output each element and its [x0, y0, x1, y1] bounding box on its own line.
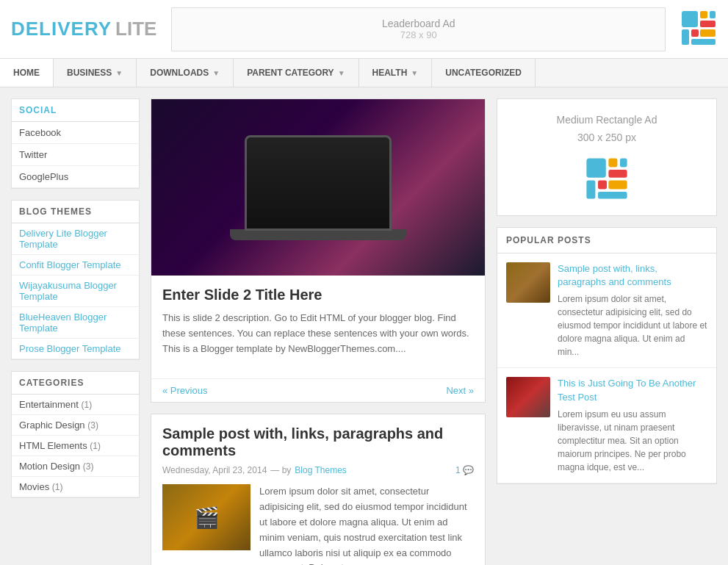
- sidebar-cat-motion-design[interactable]: Motion Design (3): [12, 456, 139, 477]
- sidebar-categories-block: CATEGORIES Entertainment (1) Graphic Des…: [11, 371, 140, 498]
- popular-posts-title: POPULAR POSTS: [497, 228, 716, 253]
- post-by: — by: [270, 465, 291, 475]
- sidebar-cat-graphic-design[interactable]: Graphic Design (3): [12, 415, 139, 436]
- laptop-graphic: [230, 135, 406, 240]
- sidebar-blog-themes-block: BLOG THEMES Delivery Lite Blogger Templa…: [11, 200, 140, 360]
- chevron-down-icon: ▼: [338, 69, 345, 77]
- popular-post-image-1: [506, 262, 550, 303]
- slide-navigation: « Previous Next »: [151, 378, 485, 402]
- laptop-base: [230, 229, 406, 240]
- sidebar-item-wijayakusuma[interactable]: Wijayakusuma Blogger Template: [12, 276, 139, 307]
- header-ad-label: Leaderboard Ad: [172, 18, 665, 29]
- post-thumb-image: 🎬: [162, 484, 251, 550]
- svg-rect-3: [700, 21, 716, 27]
- slide-prev-button[interactable]: « Previous: [162, 385, 207, 396]
- popular-post-desc-2: Lorem ipsum eu usu assum liberavisse, ut…: [558, 408, 707, 474]
- sidebar-item-facebook[interactable]: Facebook: [12, 122, 139, 144]
- sidebar-categories-title: CATEGORIES: [12, 372, 139, 395]
- ad-brand-icon: [585, 156, 629, 201]
- post-title: Sample post with, links, paragraphs and …: [162, 425, 474, 459]
- popular-post-item: Sample post with, links, paragraphs and …: [497, 253, 716, 368]
- post-block: Sample post with, links, paragraphs and …: [151, 414, 486, 565]
- slide-title: Enter Slide 2 Title Here: [162, 287, 474, 303]
- post-author[interactable]: Blog Themes: [295, 465, 346, 475]
- ad-size: 300 x 250 px: [577, 132, 636, 143]
- logo: DELIVERYLITE: [11, 18, 156, 40]
- sidebar-blog-themes-title: BLOG THEMES: [12, 201, 139, 223]
- svg-rect-1: [700, 11, 707, 18]
- nav-downloads[interactable]: DOWNLOADS ▼: [137, 59, 234, 87]
- header-ad-banner: Leaderboard Ad 728 x 90: [171, 7, 666, 51]
- chevron-down-icon: ▼: [212, 69, 220, 77]
- header: DELIVERYLITE Leaderboard Ad 728 x 90: [0, 0, 728, 59]
- chevron-down-icon: ▼: [411, 69, 418, 77]
- nav-health[interactable]: HEALTH ▼: [359, 59, 433, 87]
- svg-rect-6: [700, 29, 716, 37]
- chevron-down-icon: ▼: [115, 69, 123, 77]
- logo-lite: LITE: [115, 18, 156, 40]
- sidebar-cat-movies[interactable]: Movies (1): [12, 477, 139, 497]
- header-brand-icon: [680, 10, 717, 48]
- sidebar-social-block: SOCIAL Facebook Twitter GooglePlus: [11, 98, 140, 189]
- header-ad-size: 728 x 90: [172, 29, 665, 40]
- svg-rect-7: [691, 39, 716, 45]
- nav-uncategorized[interactable]: UNCATEGORIZED: [432, 59, 536, 87]
- ad-rectangle-block: Medium Rectangle Ad 300 x 250 px: [497, 98, 717, 216]
- sidebar-item-prose[interactable]: Prose Blogger Template: [12, 339, 139, 359]
- popular-post-title-1[interactable]: Sample post with, links, paragraphs and …: [558, 262, 707, 289]
- nav-parent-category[interactable]: PARENT CATEGORY ▼: [234, 59, 358, 87]
- nav-business[interactable]: BUSINESS ▼: [54, 59, 137, 87]
- svg-rect-9: [608, 158, 617, 167]
- slide-image: [151, 99, 485, 276]
- popular-post-title-2[interactable]: This is Just Going To Be Another Test Po…: [558, 377, 707, 403]
- sidebar-item-googleplus[interactable]: GooglePlus: [12, 166, 139, 188]
- sidebar-item-twitter[interactable]: Twitter: [12, 144, 139, 166]
- post-comment-count: 1 💬: [455, 465, 474, 475]
- popular-post-content-1: Sample post with, links, paragraphs and …: [558, 262, 707, 359]
- slideshow-block: Enter Slide 2 Title Here This is slide 2…: [151, 98, 486, 403]
- sidebar-cat-html-elements[interactable]: HTML Elements (1): [12, 436, 139, 456]
- svg-rect-2: [710, 11, 716, 18]
- main-content: Enter Slide 2 Title Here This is slide 2…: [151, 98, 486, 565]
- svg-rect-0: [682, 11, 698, 27]
- slide-description: This is slide 2 description. Go to Edit …: [162, 311, 474, 356]
- popular-post-content-2: This is Just Going To Be Another Test Po…: [558, 377, 707, 473]
- svg-rect-14: [608, 180, 627, 189]
- post-date: Wednesday, April 23, 2014: [162, 465, 267, 475]
- sidebar-social-title: SOCIAL: [12, 99, 139, 122]
- svg-rect-4: [682, 29, 689, 45]
- nav-bar: HOME BUSINESS ▼ DOWNLOADS ▼ PARENT CATEG…: [0, 59, 728, 87]
- svg-rect-12: [586, 180, 595, 198]
- nav-home[interactable]: HOME: [0, 59, 54, 87]
- svg-rect-10: [620, 158, 627, 167]
- film-icon: 🎬: [194, 505, 220, 530]
- svg-rect-5: [691, 29, 699, 37]
- svg-rect-13: [598, 180, 607, 189]
- ad-label: Medium Rectangle Ad: [557, 114, 657, 126]
- slide-next-button[interactable]: Next »: [446, 385, 474, 396]
- post-excerpt: Lorem ipsum dolor sit amet, consectetur …: [259, 484, 474, 565]
- popular-post-item-2: This is Just Going To Be Another Test Po…: [497, 368, 716, 483]
- page-layout: SOCIAL Facebook Twitter GooglePlus BLOG …: [0, 87, 728, 565]
- post-body: 🎬 Lorem ipsum dolor sit amet, consectetu…: [162, 484, 474, 565]
- svg-rect-8: [586, 158, 605, 177]
- sidebar-item-confit[interactable]: Confit Blogger Template: [12, 255, 139, 276]
- sidebar-item-delivery-lite[interactable]: Delivery Lite Blogger Template: [12, 223, 139, 255]
- logo-delivery: DELIVERY: [11, 18, 112, 40]
- post-thumbnail: 🎬: [162, 484, 251, 550]
- laptop-screen: [245, 135, 392, 231]
- left-sidebar: SOCIAL Facebook Twitter GooglePlus BLOG …: [11, 98, 140, 565]
- popular-post-image-2: [506, 377, 550, 417]
- sidebar-item-blueheaven[interactable]: BlueHeaven Blogger Template: [12, 307, 139, 339]
- svg-rect-11: [608, 170, 627, 178]
- popular-post-thumb-2: [506, 377, 550, 417]
- popular-post-desc-1: Lorem ipsum dolor sit amet, consectetur …: [558, 292, 707, 359]
- slide-content: Enter Slide 2 Title Here This is slide 2…: [151, 276, 485, 378]
- sidebar-cat-entertainment[interactable]: Entertainment (1): [12, 395, 139, 415]
- popular-post-thumb-1: [506, 262, 550, 303]
- popular-posts-block: POPULAR POSTS Sample post with, links, p…: [497, 227, 717, 484]
- right-sidebar: Medium Rectangle Ad 300 x 250 px POPULAR…: [497, 98, 717, 565]
- post-meta: Wednesday, April 23, 2014 — by Blog Them…: [162, 465, 474, 475]
- svg-rect-15: [598, 192, 627, 199]
